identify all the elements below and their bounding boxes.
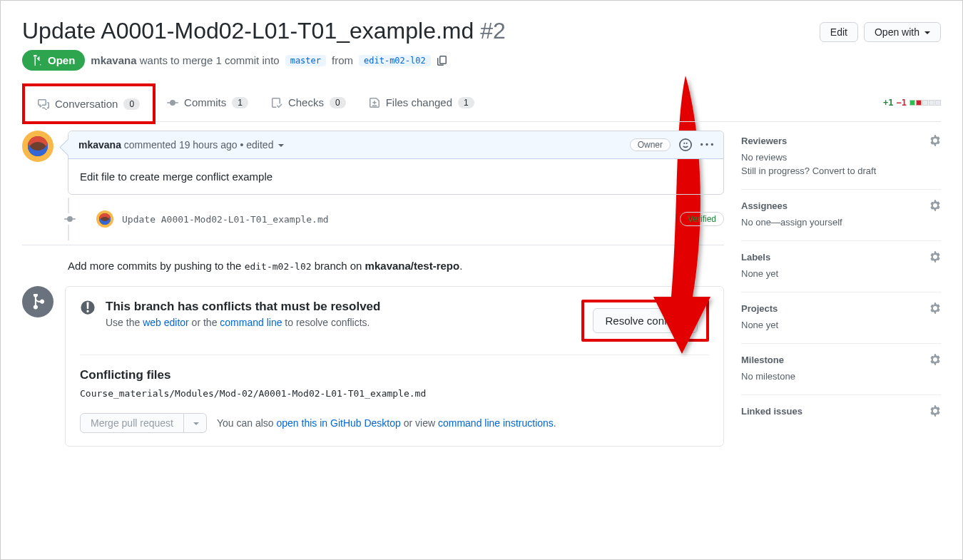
merge-pr-button[interactable]: Merge pull request xyxy=(80,413,184,433)
conflict-hint: Use the web editor or the command line t… xyxy=(106,317,380,328)
projects-gear-icon[interactable] xyxy=(929,302,941,314)
git-pull-request-icon xyxy=(32,55,44,66)
verified-badge[interactable]: Verified xyxy=(680,212,724,226)
open-desktop-link[interactable]: open this in GitHub Desktop xyxy=(277,417,401,429)
git-commit-icon xyxy=(167,97,178,108)
resolve-conflicts-button[interactable]: Resolve conflicts xyxy=(593,308,698,333)
merge-panel: This branch has conflicts that must be r… xyxy=(65,286,724,447)
tab-checks[interactable]: Checks 0 xyxy=(260,88,357,117)
linked-issues-gear-icon[interactable] xyxy=(929,405,941,417)
tabs-row: Conversation 0 Commits 1 Checks 0 Files … xyxy=(22,83,941,122)
edit-button[interactable]: Edit xyxy=(820,22,858,42)
comment-timestamp[interactable]: 19 hours ago xyxy=(179,139,238,151)
open-with-button[interactable]: Open with xyxy=(864,22,941,42)
push-more-commits-note: Add more commits by pushing to the edit-… xyxy=(68,260,724,272)
head-branch-pill[interactable]: edit-m02-l02 xyxy=(359,55,431,66)
git-commit-icon xyxy=(64,213,76,225)
diffstat: +1 −1 xyxy=(883,98,941,108)
kebab-icon[interactable] xyxy=(700,138,713,151)
assignees-gear-icon[interactable] xyxy=(929,200,941,211)
file-diff-icon xyxy=(369,97,380,108)
edited-history-caret[interactable] xyxy=(276,139,284,151)
milestone-gear-icon[interactable] xyxy=(929,354,941,365)
commit-author-avatar[interactable] xyxy=(96,210,113,228)
labels-heading: Labels xyxy=(741,252,770,263)
comment-body: Edit file to create merge conflict examp… xyxy=(68,159,723,194)
tab-files-changed[interactable]: Files changed 1 xyxy=(357,88,486,117)
reviewers-heading: Reviewers xyxy=(741,136,787,146)
conflicting-files-title: Conflicting files xyxy=(80,368,709,382)
conflict-title: This branch has conflicts that must be r… xyxy=(106,300,380,314)
assign-yourself-link[interactable]: assign yourself xyxy=(780,217,842,228)
pr-title: Update A0001-Mod02-L01-T01_example.md #2 xyxy=(22,18,506,44)
checklist-icon xyxy=(271,97,282,108)
pr-author[interactable]: mkavana xyxy=(91,54,136,66)
labels-gear-icon[interactable] xyxy=(929,251,941,263)
base-branch-pill[interactable]: master xyxy=(285,55,326,66)
chevron-down-icon xyxy=(922,26,930,38)
author-avatar[interactable] xyxy=(22,131,54,162)
smiley-icon[interactable] xyxy=(679,138,692,151)
state-badge-open: Open xyxy=(22,50,85,71)
commit-message[interactable]: Update A0001-Mod02-L01-T01_example.md xyxy=(122,214,329,225)
pr-number: #2 xyxy=(480,18,506,44)
merge-status-icon xyxy=(22,286,54,317)
conflicting-file-path: Course_materials/Modules/Mod-02/A0001-Mo… xyxy=(80,388,709,399)
merge-pr-caret[interactable] xyxy=(184,413,207,433)
cli-instructions-link[interactable]: command line instructions xyxy=(438,417,554,429)
owner-badge: Owner xyxy=(630,138,671,151)
tab-conversation[interactable]: Conversation 0 xyxy=(26,89,151,118)
linked-issues-heading: Linked issues xyxy=(741,406,802,417)
reviewers-gear-icon[interactable] xyxy=(929,135,941,146)
command-line-link[interactable]: command line xyxy=(220,317,282,328)
comment-author[interactable]: mkavana xyxy=(78,139,121,151)
assignees-heading: Assignees xyxy=(741,200,788,211)
merge-alt-note: You can also open this in GitHub Desktop… xyxy=(217,417,556,429)
milestone-heading: Milestone xyxy=(741,355,784,365)
git-merge-icon xyxy=(30,294,46,310)
alert-icon xyxy=(80,300,96,315)
comment-discussion-icon xyxy=(38,98,49,110)
convert-to-draft-link[interactable]: Convert to draft xyxy=(812,166,877,176)
tab-commits[interactable]: Commits 1 xyxy=(156,88,260,117)
web-editor-link[interactable]: web editor xyxy=(143,317,189,328)
copy-icon[interactable] xyxy=(437,55,448,66)
pr-description-comment: mkavana commented 19 hours ago • edited … xyxy=(68,131,724,195)
commit-row: Update A0001-Mod02-L01-T01_example.md Ve… xyxy=(68,198,724,240)
projects-heading: Projects xyxy=(741,303,778,314)
